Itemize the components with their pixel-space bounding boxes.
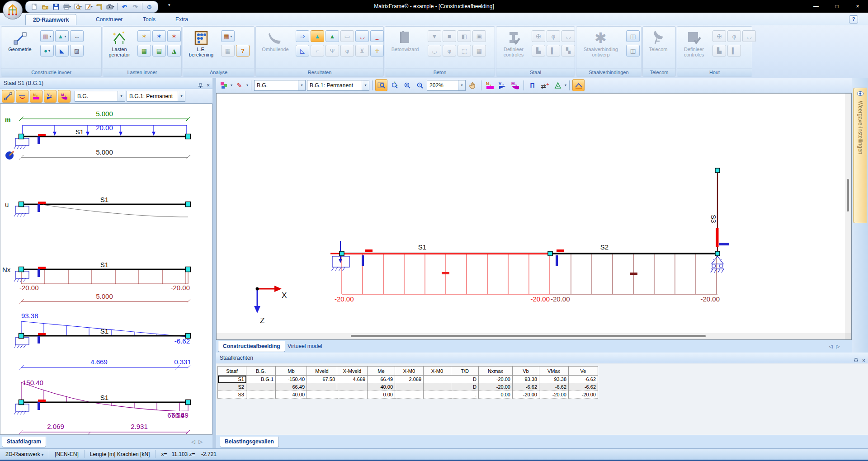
- tab-scroll-arrows[interactable]: ◁▷: [191, 439, 206, 445]
- verbinding-onder-button[interactable]: ◫: [626, 45, 640, 56]
- help-button[interactable]: ?: [849, 15, 858, 24]
- waarden-button[interactable]: ⇄+: [539, 80, 551, 91]
- vervorming-button[interactable]: ▭: [340, 30, 354, 42]
- verbinding-boven-button[interactable]: ◫: [626, 30, 640, 42]
- hout-knik-button[interactable]: φ: [727, 30, 741, 42]
- maatlijnen-button[interactable]: Π: [527, 80, 538, 91]
- vertical-scrollbar[interactable]: [845, 94, 851, 333]
- staal-controles-button[interactable]: Definieer controles: [497, 28, 530, 57]
- tab-staafdiagram[interactable]: Staafdiagram: [2, 437, 46, 447]
- horizontal-scrollbar[interactable]: [217, 333, 845, 339]
- staafkrachten-table[interactable]: StaafB.G. MbMveld X-MveldMe X-M0X-M0 T/D…: [217, 366, 598, 399]
- panel-bg-select[interactable]: B.G.▾: [75, 91, 125, 102]
- moment-onder-button[interactable]: ◡: [355, 30, 369, 42]
- staal-grafiek-button[interactable]: ▍: [547, 45, 560, 56]
- le-berekening-button[interactable]: L.E. berekening: [185, 28, 217, 57]
- belastinggeval-select[interactable]: B.G.1: Permanent▾: [307, 80, 369, 91]
- vz-weergave-button[interactable]: Vz: [44, 90, 57, 103]
- tab-belastingsgevallen[interactable]: Belastingsgevallen: [220, 437, 279, 447]
- verplaatsing-button[interactable]: ⇒: [296, 30, 309, 42]
- zoom-out-button[interactable]: [414, 80, 425, 91]
- constructie-drawing[interactable]: X Z S1 S2 S3: [217, 94, 845, 333]
- beton-tabel-button[interactable]: ▦: [472, 45, 486, 56]
- beton-balk-button[interactable]: ▼: [428, 30, 441, 42]
- horizontal-scrollbar-thumb[interactable]: [351, 335, 706, 337]
- selectie-pen-button[interactable]: ✎: [234, 80, 245, 91]
- staafdiagram-panel-header[interactable]: Staaf S1 (B.G.1) ×: [0, 78, 212, 89]
- dropdown-icon[interactable]: ▾: [231, 83, 232, 87]
- table-row[interactable]: S1B.G.1 -150.4067.58 4.66966.49 2.069 D-…: [218, 376, 598, 383]
- tab-extra[interactable]: Extra: [168, 14, 195, 25]
- weergave-instellingen-tab[interactable]: Weergave-instellingen: [853, 88, 867, 223]
- dropdown-icon[interactable]: ▾: [246, 83, 248, 87]
- staafdiagram-canvas[interactable]: m 5.000 20.00 S1 5.000 u S1: [0, 104, 211, 434]
- knoopresultaat-button[interactable]: ▲: [326, 30, 339, 42]
- lokale-assen-button[interactable]: [552, 80, 563, 91]
- qlast-button[interactable]: ▦: [137, 45, 151, 56]
- node-3[interactable]: [715, 251, 720, 256]
- staalverbinding-ontwerp-button[interactable]: ✱ Staalverbinding ontwerp: [577, 28, 624, 57]
- steunpunt-button[interactable]: ◣: [55, 45, 69, 56]
- staafresultaat-3-button[interactable]: φ: [340, 45, 354, 56]
- my-diagram-button[interactable]: My: [509, 80, 521, 91]
- staafresultaat-4-button[interactable]: ⊻: [355, 45, 369, 56]
- vertical-scrollbar-thumb[interactable]: [847, 179, 849, 212]
- staal-uc-button[interactable]: ▙: [532, 45, 545, 56]
- lasten-generator-button[interactable]: ✶✶ Lasten generator: [105, 28, 134, 57]
- lastwizard-1-button[interactable]: ✶: [137, 30, 151, 42]
- maatlijn-button[interactable]: ↔: [70, 30, 84, 42]
- dlast-button[interactable]: ◮: [167, 45, 181, 56]
- hout-kip-button[interactable]: ✠: [712, 30, 726, 42]
- oplegging-button[interactable]: ▲▾: [55, 30, 69, 42]
- beton-moment-button[interactable]: ◡: [428, 45, 441, 56]
- staafresultaat-2-button[interactable]: Ψ: [326, 45, 339, 56]
- staal-kip-button[interactable]: ✠: [532, 30, 545, 42]
- tab-constructieafbeelding[interactable]: Constructieafbeelding: [218, 341, 285, 352]
- omhullende-button[interactable]: Omhullende: [258, 28, 293, 52]
- node-1[interactable]: [340, 251, 344, 256]
- node-2[interactable]: [548, 251, 552, 256]
- constructie-canvas[interactable]: X Z S1 S2 S3: [216, 93, 852, 340]
- telecom-button[interactable]: Telecom: [644, 28, 673, 52]
- vz-diagram-button[interactable]: Vz: [497, 80, 508, 91]
- print-preview-icon[interactable]: ▾: [73, 2, 83, 11]
- scroll-report-icon[interactable]: [94, 2, 104, 11]
- app-button[interactable]: [3, 0, 23, 19]
- geometrie-button[interactable]: Geometrie: [4, 28, 36, 52]
- open-file-icon[interactable]: [40, 2, 50, 11]
- pin-icon[interactable]: [198, 83, 203, 89]
- tab-construeer[interactable]: Construeer: [89, 14, 130, 25]
- rekenhulp-button[interactable]: ?: [236, 45, 250, 56]
- my-weergave-button[interactable]: My: [58, 90, 71, 103]
- qat-customize-button[interactable]: ▾: [168, 3, 170, 7]
- omhullende-weergave-button[interactable]: [572, 79, 585, 91]
- save-icon[interactable]: [51, 2, 61, 11]
- beton-kolom-button[interactable]: ■: [443, 30, 456, 42]
- tab-scroll-arrows[interactable]: ◁▷: [829, 343, 844, 349]
- new-file-icon[interactable]: [29, 2, 39, 11]
- belasting-weergave-button[interactable]: [16, 90, 28, 103]
- tab-virtueel-model[interactable]: Virtueel model: [283, 341, 327, 351]
- hout-grafiek-button[interactable]: ▍: [727, 45, 741, 56]
- minimize-button[interactable]: —: [806, 0, 826, 13]
- table-row[interactable]: S3 40.00 0.00 .0.00 -20.00-20.00 -20.00: [218, 391, 598, 399]
- staal-knik-button[interactable]: φ: [547, 30, 560, 42]
- reacties-button[interactable]: ▲: [311, 30, 324, 42]
- lastwizard-3-button[interactable]: ✶: [167, 30, 181, 42]
- dropdown-icon[interactable]: ▾: [565, 83, 566, 87]
- herbereken-button[interactable]: ▦: [221, 45, 235, 56]
- betonwizard-button[interactable]: Betonwizard: [387, 28, 423, 52]
- weergave-blokken-button[interactable]: [218, 80, 229, 91]
- beton-wapening-button[interactable]: φ: [443, 45, 456, 56]
- zoom-dynamic-button[interactable]: [389, 80, 400, 91]
- beton-vloer-button[interactable]: ◧: [458, 30, 471, 42]
- berekening-opties-button[interactable]: ▦▾: [221, 30, 235, 42]
- hout-uc-button[interactable]: ▙: [712, 45, 726, 56]
- undo-icon[interactable]: ↶: [119, 2, 129, 11]
- staal-profiel-button[interactable]: ▚: [561, 45, 575, 56]
- zoom-in-button[interactable]: [401, 80, 413, 91]
- blast-button[interactable]: ▤: [152, 45, 166, 56]
- staafresultaat-1-button[interactable]: ⌐: [311, 45, 324, 56]
- staal-doorbuiging-button[interactable]: ◡: [561, 30, 575, 42]
- pan-hand-button[interactable]: [467, 80, 478, 91]
